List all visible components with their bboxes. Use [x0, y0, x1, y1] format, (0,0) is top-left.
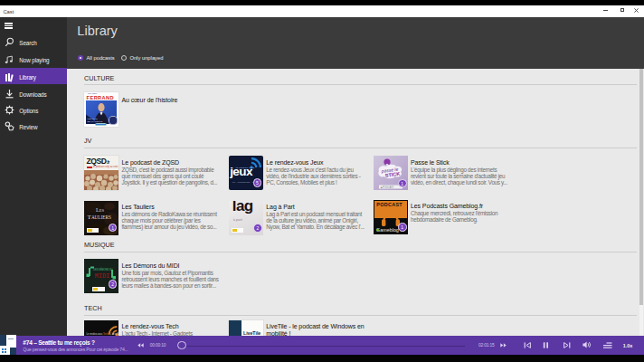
svg-text:STICK: STICK	[384, 170, 400, 177]
svg-text:LES: LES	[96, 206, 105, 213]
svg-text:MIDI: MIDI	[95, 272, 110, 280]
svg-text:▶PODCAST: ▶PODCAST	[381, 185, 394, 188]
svg-text:Gameblog: Gameblog	[376, 227, 399, 233]
svg-text:TAULIERS: TAULIERS	[88, 213, 111, 220]
